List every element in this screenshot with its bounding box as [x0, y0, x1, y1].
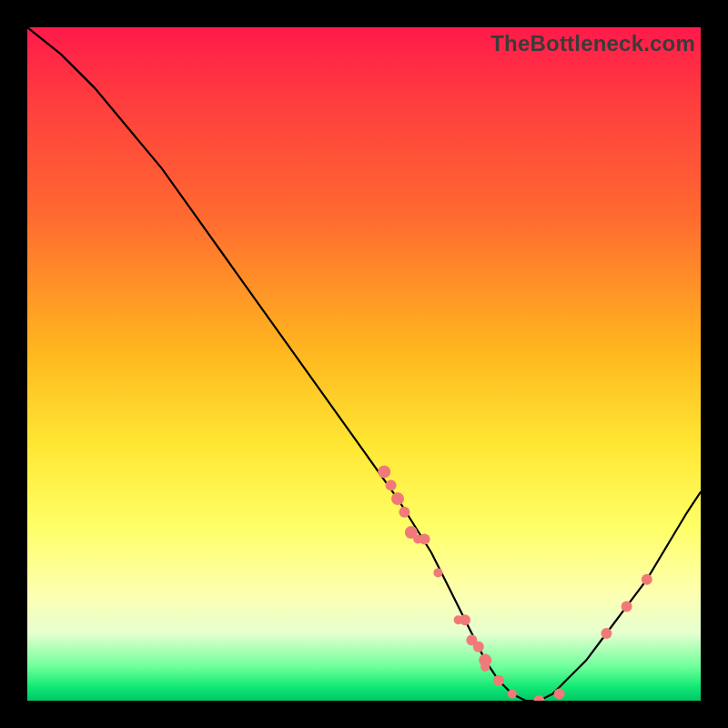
data-point-cluster-left-7: [420, 533, 430, 544]
data-point-cluster-mid-2: [460, 614, 470, 625]
data-point-cluster-left-1: [378, 465, 390, 478]
data-point-right-2: [622, 601, 632, 612]
plot-area: TheBottleneck.com: [27, 27, 701, 701]
bottleneck-curve-path: [27, 27, 701, 701]
data-point-cluster-left-3: [391, 492, 404, 505]
data-point-right-3: [642, 574, 652, 585]
data-point-bottom-3: [554, 689, 565, 700]
data-point-cluster-mid-7: [493, 675, 504, 686]
curve-overlay: [27, 27, 701, 701]
data-point-cluster-left-2: [386, 480, 397, 490]
chart-stage: TheBottleneck.com: [0, 0, 728, 728]
data-point-cluster-mid-4: [473, 642, 484, 652]
data-point-cluster-left-4: [399, 507, 410, 518]
data-points-layer: [378, 465, 652, 701]
data-point-cluster-mid-6: [480, 662, 490, 672]
data-point-cluster-left-8: [433, 568, 442, 577]
data-point-bottom-1: [508, 690, 517, 699]
data-point-right-1: [601, 628, 612, 639]
data-point-bottom-2: [533, 695, 544, 701]
